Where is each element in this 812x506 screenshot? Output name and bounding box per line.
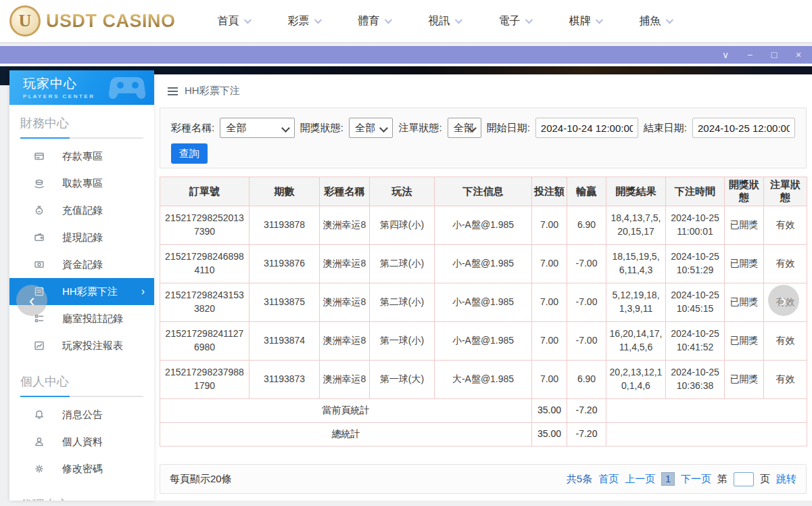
total-count-text: 共5条 <box>567 473 592 486</box>
table-cell: 31193878 <box>249 206 320 245</box>
summary-winloss-total: -7.20 <box>567 423 606 446</box>
filter-panel: 彩種名稱: 全部 開獎狀態: 全部 注單狀態: 全部 開始日期: 結束日期: 查… <box>160 108 807 168</box>
deposit-icon <box>34 151 45 162</box>
end-date-input[interactable] <box>692 118 795 138</box>
lottery-name-select[interactable]: 全部 <box>220 118 295 138</box>
table-cell: 第二球(小) <box>370 245 435 283</box>
jump-button[interactable]: 跳转 <box>776 473 796 486</box>
prev-page-link[interactable]: 上一页 <box>625 473 655 486</box>
table-cell: -7.00 <box>567 245 606 283</box>
table-cell: 31193873 <box>249 361 320 399</box>
window-titlebar: ∨−□× <box>0 46 812 65</box>
column-header: 下注時間 <box>666 177 725 206</box>
brand-logo[interactable]: U USDT CASINO <box>9 5 176 37</box>
nav-item-label: 首頁 <box>218 14 239 28</box>
breadcrumb: HH彩票下注 <box>154 74 812 108</box>
table-cell: 2024-10-25 10:41:52 <box>666 322 725 361</box>
sidebar-item-修改密碼[interactable]: 修改密碼 <box>9 455 154 482</box>
sidebar-item-label: 提現記錄 <box>62 231 103 244</box>
section-title-2: 代理中心 <box>9 486 154 501</box>
table-cell: 小-A盤@1.985 <box>435 322 532 361</box>
bell-icon <box>34 409 45 420</box>
table-cell: 有效 <box>764 206 807 245</box>
section-title-1: 個人中心 <box>9 363 154 396</box>
close-window-icon[interactable]: × <box>793 50 804 60</box>
next-page-link[interactable]: 下一页 <box>681 473 711 486</box>
nav-item-label: 電子 <box>499 14 521 28</box>
nav-item-5[interactable]: 棋牌 <box>569 14 601 28</box>
minimize-window-icon[interactable]: − <box>744 50 755 60</box>
table-cell: 2152172982520137390 <box>160 206 249 245</box>
chevron-down-icon <box>384 16 391 24</box>
chevron-down-icon <box>314 16 321 24</box>
table-cell: -7.00 <box>567 283 606 322</box>
top-navigation: U USDT CASINO 首頁彩票體育視訊電子棋牌捕魚 <box>0 0 812 42</box>
sidebar-item-label: 修改密碼 <box>62 463 103 476</box>
nav-item-4[interactable]: 電子 <box>499 14 531 28</box>
sidebar-item-label: 充值記錄 <box>62 204 103 217</box>
table-cell: 澳洲幸运8 <box>320 283 370 322</box>
column-header: 輸贏 <box>567 177 606 206</box>
jump-page-input[interactable] <box>734 472 754 486</box>
column-header: 彩種名稱 <box>320 177 370 206</box>
table-cell: 2024-10-25 10:51:29 <box>666 245 725 283</box>
nav-item-3[interactable]: 視訊 <box>429 14 460 28</box>
end-date-label: 結束日期: <box>644 122 687 135</box>
table-cell: 小-A盤@1.985 <box>435 245 532 283</box>
query-button[interactable]: 查詢 <box>171 143 208 164</box>
table-cell: 已開獎 <box>725 322 764 361</box>
main-menu: 首頁彩票體育視訊電子棋牌捕魚 <box>218 14 671 28</box>
table-cell: 31193876 <box>249 245 320 283</box>
table-cell: 澳洲幸运8 <box>320 322 370 361</box>
section-rule <box>20 137 143 139</box>
table-cell: 7.00 <box>532 322 567 361</box>
table-row: 215217298252013739031193878澳洲幸运8第四球(小)小-… <box>160 206 807 245</box>
sidebar-item-label: 個人資料 <box>62 436 103 448</box>
table-cell: 7.00 <box>532 245 567 283</box>
sidebar-item-提現記錄[interactable]: 提現記錄 <box>9 224 154 251</box>
page-size-text: 每頁顯示20條 <box>170 473 232 486</box>
column-header: 訂單號 <box>160 177 249 206</box>
nav-item-2[interactable]: 體育 <box>358 14 390 28</box>
table-row: 215217298243153382031193875澳洲幸运8第二球(小)小-… <box>160 283 807 322</box>
sidebar-item-玩家投注報表[interactable]: 玩家投注報表 <box>9 332 154 359</box>
sidebar-item-label: 消息公告 <box>62 409 103 421</box>
jump-suffix-label: 页 <box>760 473 770 486</box>
chevron-down-icon <box>454 16 462 24</box>
page-title: HH彩票下注 <box>185 85 240 97</box>
sidebar-item-充值記錄[interactable]: 充值記錄 <box>9 197 154 224</box>
table-cell: 第四球(小) <box>370 206 435 245</box>
table-cell: 2024-10-25 10:45:15 <box>666 283 725 322</box>
table-cell: 18,4,13,7,5,20,15,17 <box>606 206 666 245</box>
nav-item-0[interactable]: 首頁 <box>218 14 249 28</box>
menu-toggle-icon[interactable] <box>168 87 178 95</box>
current-page-indicator[interactable]: 1 <box>661 472 675 486</box>
sidebar-item-取款專區[interactable]: 取款專區 <box>9 170 154 197</box>
collapse-window-icon[interactable]: ∨ <box>720 50 731 60</box>
table-cell: 第一球(大) <box>370 361 435 399</box>
nav-item-1[interactable]: 彩票 <box>288 14 320 28</box>
first-page-link[interactable]: 首页 <box>598 473 619 486</box>
gear-icon <box>34 463 45 474</box>
start-date-input[interactable] <box>535 118 638 138</box>
summary-bet-total: 35.00 <box>532 423 567 446</box>
recharge-icon <box>34 205 45 216</box>
column-header: 開獎結果 <box>606 177 666 206</box>
sidebar-item-存款專區[interactable]: 存款專區 <box>9 143 154 170</box>
usdt-logo-icon: U <box>9 5 41 37</box>
table-cell: 7.00 <box>532 283 567 322</box>
table-cell: 31193875 <box>249 283 320 322</box>
maximize-window-icon[interactable]: □ <box>769 50 780 60</box>
sidebar-item-資金記錄[interactable]: 資金記錄 <box>9 251 154 278</box>
table-cell: 18,15,19,5,6,11,4,3 <box>606 245 666 283</box>
nav-item-6[interactable]: 捕魚 <box>640 14 671 28</box>
sidebar-item-個人資料[interactable]: 個人資料 <box>9 428 154 455</box>
bets-table: 訂單號期數彩種名稱玩法下注信息投注額輸贏開獎結果下注時間開獎狀態注單狀態 215… <box>160 177 807 446</box>
panel-expand-arrow[interactable]: › <box>768 285 799 316</box>
draw-status-select[interactable]: 全部 <box>349 118 393 138</box>
sidebar-collapse-arrow[interactable]: ‹ <box>16 285 47 316</box>
nav-item-label: 彩票 <box>288 14 310 28</box>
sidebar-item-消息公告[interactable]: 消息公告 <box>9 401 154 428</box>
main-content: HH彩票下注 彩種名稱: 全部 開獎狀態: 全部 注單狀態: 全部 開始日期: … <box>154 74 812 501</box>
order-status-select[interactable]: 全部 <box>448 118 481 138</box>
